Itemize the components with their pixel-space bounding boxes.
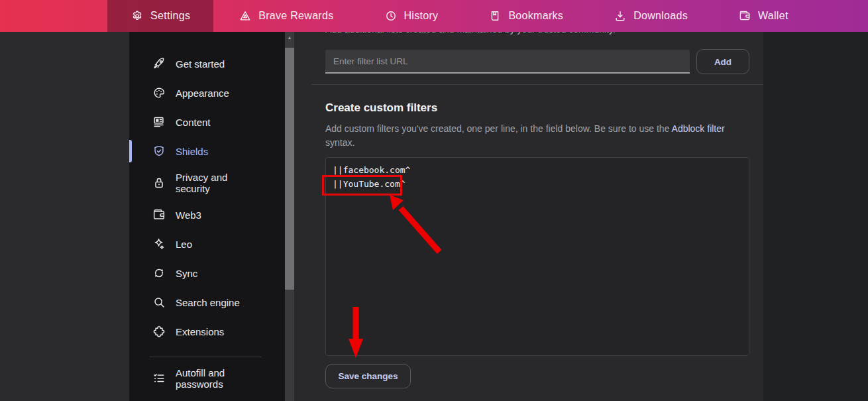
sparkle-icon <box>152 237 166 251</box>
sidebar-item-label: Extensions <box>176 326 224 337</box>
magnifier-icon <box>152 295 166 310</box>
nav-tab-brave-rewards[interactable]: Brave Rewards <box>213 0 358 32</box>
nav-tab-history[interactable]: History <box>359 0 464 32</box>
sidebar-divider <box>149 357 262 357</box>
sidebar-item-label: Leo <box>176 239 192 250</box>
description-text: Add custom filters you've created, one p… <box>325 123 672 134</box>
lock-icon <box>152 176 166 190</box>
custom-filters-textarea[interactable]: ||facebook.com^ ||YouTube.com^ <box>325 157 749 356</box>
sidebar-item-label: Get started <box>176 58 225 70</box>
nav-tab-label: Wallet <box>758 10 788 22</box>
save-changes-button[interactable]: Save changes <box>325 364 411 388</box>
bookmarks-book-icon <box>488 9 502 23</box>
filter-line: ||facebook.com^ <box>333 163 742 177</box>
nav-tab-wallet[interactable]: Wallet <box>713 0 814 32</box>
sidebar-scrollbar[interactable]: ▲ <box>285 32 294 401</box>
scrollbar-thumb[interactable] <box>285 48 294 290</box>
puzzle-icon <box>152 324 166 339</box>
wallet-icon <box>152 207 166 222</box>
sidebar-item-extensions[interactable]: Extensions <box>129 317 285 346</box>
rocket-icon <box>152 56 166 71</box>
sidebar-item-leo[interactable]: Leo <box>129 229 285 258</box>
checklist-icon <box>152 371 166 386</box>
brave-triangle-icon <box>239 9 252 23</box>
sidebar-item-privacy-security[interactable]: Privacy and security <box>129 166 285 200</box>
download-icon <box>614 9 627 23</box>
shield-check-icon <box>152 144 166 158</box>
sidebar-item-label: Privacy and security <box>176 172 235 194</box>
nav-tabs: Settings Brave Rewards History Bookmarks <box>107 0 814 32</box>
sidebar-item-label: Appearance <box>176 87 229 99</box>
filter-list-url-input[interactable] <box>325 50 690 74</box>
sidebar-item-label: Web3 <box>176 209 201 221</box>
description-text-continued: syntax. <box>325 137 354 148</box>
sidebar-item-label: Autofill and passwords <box>176 367 239 390</box>
page-left-margin <box>0 32 129 401</box>
sidebar-item-label: Sync <box>176 268 197 279</box>
wallet-icon <box>738 9 751 23</box>
nav-tab-label: Brave Rewards <box>258 10 333 22</box>
nav-tab-downloads[interactable]: Downloads <box>588 0 713 32</box>
content-layout-icon <box>152 115 166 129</box>
sidebar-item-search-engine[interactable]: Search engine <box>129 288 285 317</box>
adblock-filter-syntax-link[interactable]: Adblock filter <box>672 123 725 134</box>
custom-filters-description: Add custom filters you've created, one p… <box>325 122 725 150</box>
nav-tab-label: Bookmarks <box>508 10 563 22</box>
settings-sidebar: Get started Appearance Content Shields <box>129 32 285 401</box>
sidebar-item-autofill-passwords[interactable]: Autofill and passwords <box>129 361 285 396</box>
sidebar-item-content[interactable]: Content <box>129 107 285 137</box>
sync-icon <box>152 266 166 280</box>
sidebar-item-shields[interactable]: Shields <box>129 137 285 166</box>
palette-icon <box>152 86 166 100</box>
add-button[interactable]: Add <box>696 49 749 74</box>
create-custom-filters-heading: Create custom filters <box>325 101 437 115</box>
nav-tab-label: Settings <box>150 10 190 22</box>
sidebar-item-get-started[interactable]: Get started <box>129 49 285 78</box>
gear-icon <box>131 9 144 23</box>
sidebar-item-sync[interactable]: Sync <box>129 258 285 288</box>
sidebar-item-label: Content <box>176 117 211 128</box>
history-clock-icon <box>384 9 398 23</box>
section-divider <box>311 84 763 85</box>
sidebar-item-appearance[interactable]: Appearance <box>129 78 285 107</box>
top-nav-bar: Settings Brave Rewards History Bookmarks <box>0 0 868 32</box>
scrollbar-up-arrow-icon[interactable]: ▲ <box>285 32 294 42</box>
sidebar-item-label: Search engine <box>176 297 240 308</box>
sidebar-item-label: Shields <box>176 146 208 157</box>
nav-tab-label: History <box>404 10 439 22</box>
nav-tab-label: Downloads <box>633 10 688 22</box>
nav-tab-settings[interactable]: Settings <box>107 0 213 32</box>
sidebar-item-web3[interactable]: Web3 <box>129 200 285 229</box>
nav-tab-bookmarks[interactable]: Bookmarks <box>463 0 588 32</box>
filter-line: ||YouTube.com^ <box>333 177 742 191</box>
selected-indicator-bar <box>129 140 132 162</box>
